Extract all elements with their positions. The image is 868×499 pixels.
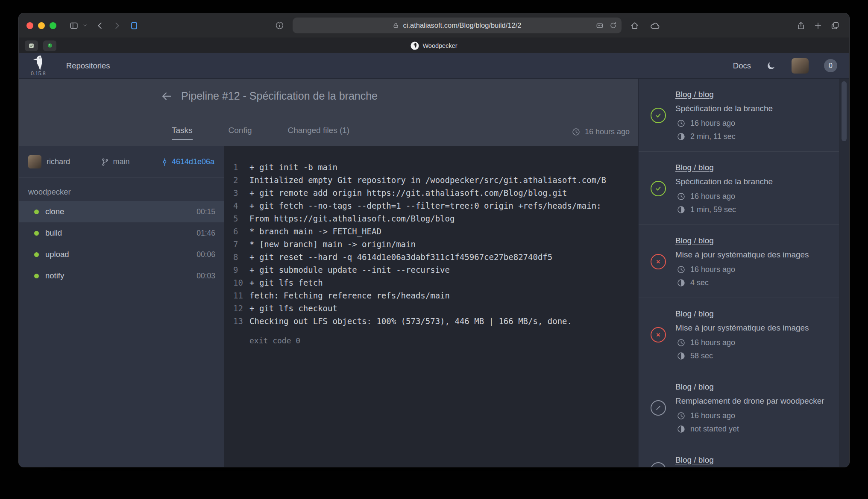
log-line: 10 + git lfs fetch bbox=[233, 276, 638, 289]
build-status-icon bbox=[651, 181, 666, 196]
scrollbar-thumb[interactable] bbox=[842, 81, 847, 141]
tab-label: Tasks bbox=[172, 126, 193, 135]
pinned-tab-2[interactable] bbox=[43, 40, 56, 51]
log-line-number: 3 bbox=[233, 186, 249, 199]
blue-page-icon[interactable] bbox=[128, 19, 141, 32]
close-window-button[interactable] bbox=[26, 22, 33, 29]
step-status-dot bbox=[34, 274, 39, 278]
log-line-number: 13 bbox=[233, 315, 249, 328]
step-duration: 00:06 bbox=[196, 250, 215, 259]
build-repo-link[interactable]: Blog / blog bbox=[675, 163, 773, 172]
clock-icon bbox=[677, 338, 686, 347]
active-browser-tab[interactable]: Woodpecker bbox=[411, 41, 457, 50]
back-arrow-icon[interactable] bbox=[161, 90, 173, 102]
clock-icon bbox=[572, 127, 581, 136]
build-list-item[interactable]: Blog / blog Remplacement de drone par wo… bbox=[639, 444, 839, 467]
pipeline-tab[interactable]: Config bbox=[229, 126, 252, 140]
nav-docs-link[interactable]: Docs bbox=[733, 61, 751, 71]
step-name: notify bbox=[45, 271, 64, 281]
duration-icon bbox=[677, 132, 686, 141]
build-repo-link[interactable]: Blog / blog bbox=[675, 382, 824, 392]
clock-icon bbox=[677, 119, 686, 128]
zoom-window-button[interactable] bbox=[50, 22, 56, 29]
build-time: 16 hours ago bbox=[677, 119, 773, 128]
sidebar-scrollbar[interactable] bbox=[839, 79, 849, 467]
reload-icon[interactable] bbox=[609, 21, 617, 30]
browser-window: ci.athaliasoft.com/Blog/blog/build/12/2 bbox=[18, 13, 850, 467]
build-time: 16 hours ago bbox=[677, 192, 773, 201]
build-time: 16 hours ago bbox=[677, 265, 809, 274]
pinned-tab-1[interactable] bbox=[25, 40, 38, 51]
build-info: Blog / blog Remplacement de drone par wo… bbox=[675, 382, 824, 434]
step-name: upload bbox=[45, 250, 69, 259]
privacy-report-icon[interactable] bbox=[273, 19, 286, 32]
build-repo-link[interactable]: Blog / blog bbox=[675, 455, 824, 465]
log-line-number: 6 bbox=[233, 225, 249, 238]
build-repo-link[interactable]: Blog / blog bbox=[675, 236, 809, 245]
log-line-text: + git fetch --no-tags --depth=1 --filter… bbox=[249, 199, 601, 212]
extension-icon[interactable] bbox=[595, 21, 604, 30]
build-list-item[interactable]: Blog / blog Mise à jour systématique des… bbox=[639, 298, 839, 371]
build-repo-link[interactable]: Blog / blog bbox=[675, 309, 809, 319]
woodpecker-logo[interactable]: 0.15.8 bbox=[31, 55, 46, 77]
minimize-window-button[interactable] bbox=[38, 22, 45, 29]
pipeline-step[interactable]: upload 00:06 bbox=[19, 244, 224, 265]
step-duration: 00:03 bbox=[196, 272, 215, 281]
pipeline-created: 16 hours ago bbox=[572, 127, 630, 140]
sidebar-toggle-icon[interactable] bbox=[67, 19, 80, 32]
build-list-item[interactable]: Blog / blog Remplacement de drone par wo… bbox=[639, 371, 839, 444]
address-bar[interactable]: ci.athaliasoft.com/Blog/blog/build/12/2 bbox=[293, 18, 622, 33]
log-line-number: 1 bbox=[233, 161, 249, 174]
build-status-icon bbox=[651, 400, 666, 416]
forward-nav-icon[interactable] bbox=[111, 19, 123, 32]
new-tab-icon[interactable] bbox=[812, 19, 824, 32]
build-time: 16 hours ago bbox=[677, 338, 809, 347]
share-icon[interactable] bbox=[795, 19, 807, 32]
log-line: 2 Initialized empty Git repository in /w… bbox=[233, 174, 638, 186]
cloud-tabs-icon[interactable] bbox=[648, 19, 662, 32]
build-message: Spécification de la branche bbox=[675, 104, 773, 113]
back-nav-icon[interactable] bbox=[94, 19, 106, 32]
build-message: Mise à jour systématique des images bbox=[675, 323, 809, 333]
pinned-tab-1-favicon bbox=[28, 42, 35, 49]
dark-mode-toggle-icon[interactable] bbox=[766, 61, 776, 71]
log-line-text: + git lfs checkout bbox=[249, 302, 337, 315]
desktop-background: ci.athaliasoft.com/Blog/blog/build/12/2 bbox=[0, 0, 868, 499]
duration-icon bbox=[677, 351, 686, 360]
commit-hash-link[interactable]: 4614d1e06a bbox=[161, 157, 214, 166]
nav-repositories-link[interactable]: Repositories bbox=[66, 61, 110, 71]
home-icon[interactable] bbox=[628, 19, 641, 32]
build-list-item[interactable]: Blog / blog Spécification de la branche … bbox=[639, 152, 839, 225]
log-line: 7 * [new branch] main -> origin/main bbox=[233, 238, 638, 251]
notifications-badge[interactable]: 0 bbox=[824, 59, 837, 72]
build-duration: 58 sec bbox=[677, 351, 809, 360]
pipeline-tab[interactable]: Tasks bbox=[172, 126, 193, 140]
build-list-item[interactable]: Blog / blog Spécification de la branche … bbox=[639, 79, 839, 152]
log-line: 12 + git lfs checkout bbox=[233, 302, 638, 315]
pipeline-step[interactable]: clone 00:15 bbox=[19, 201, 224, 222]
steps-list: clone 00:15 build 01:46 upload 00:06 not… bbox=[19, 201, 224, 286]
pipeline-step[interactable]: notify 00:03 bbox=[19, 265, 224, 286]
log-line-text: * branch main -> FETCH_HEAD bbox=[249, 225, 381, 238]
tab-overview-icon[interactable] bbox=[829, 19, 842, 32]
url-text: ci.athaliasoft.com/Blog/blog/build/12/2 bbox=[403, 21, 521, 30]
log-line: 9 + git submodule update --init --recurs… bbox=[233, 263, 638, 276]
build-status-icon bbox=[651, 108, 666, 123]
build-status-icon bbox=[651, 254, 666, 269]
pipeline-tab[interactable]: Changed files (1) bbox=[288, 126, 350, 140]
build-repo-link[interactable]: Blog / blog bbox=[675, 90, 773, 99]
user-avatar[interactable] bbox=[792, 58, 809, 74]
commit-meta-row: richard main 4614d1e06a bbox=[19, 146, 224, 178]
log-line-number: 8 bbox=[233, 251, 249, 263]
log-line-text: From https://git.athaliasoft.com/Blog/bl… bbox=[249, 212, 455, 225]
build-info: Blog / blog Remplacement de drone par wo… bbox=[675, 455, 824, 467]
app-navbar: 0.15.8 Repositories Docs 0 bbox=[19, 53, 849, 79]
log-line: 11 fetch: Fetching reference refs/heads/… bbox=[233, 289, 638, 302]
build-status-icon bbox=[651, 327, 666, 343]
log-line-number: 7 bbox=[233, 238, 249, 251]
build-list-item[interactable]: Blog / blog Mise à jour systématique des… bbox=[639, 225, 839, 298]
pipeline-step[interactable]: build 01:46 bbox=[19, 222, 224, 244]
chevron-down-icon[interactable] bbox=[80, 21, 89, 30]
browser-tab-title: Woodpecker bbox=[422, 42, 457, 49]
build-message: Spécification de la branche bbox=[675, 177, 773, 186]
